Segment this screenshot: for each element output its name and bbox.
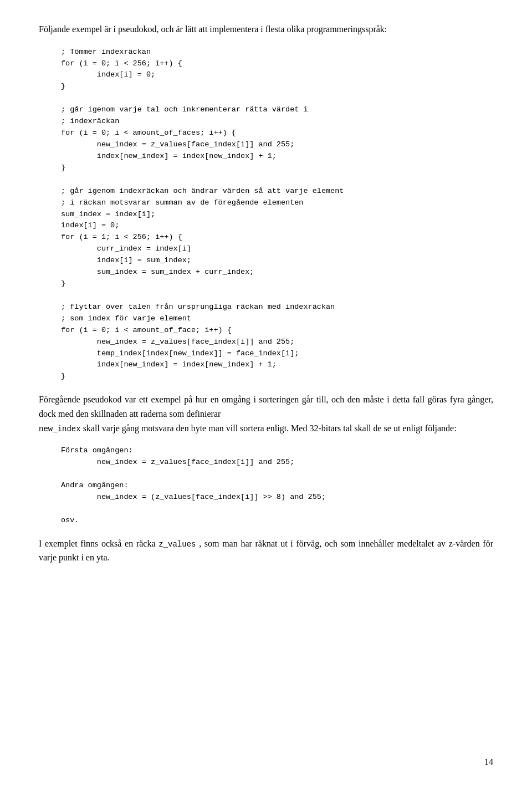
explanation-text-2: skall varje gång motsvara den byte man v… xyxy=(83,423,457,433)
code-block-1: ; Tömmer indexräckan for (i = 0; i < 256… xyxy=(61,47,493,383)
explanation-paragraph: Föregående pseudokod var ett exempel på … xyxy=(39,392,493,435)
code-block-2: Första omgången: new_index = z_values[fa… xyxy=(61,445,493,526)
explanation-text-1: Föregående pseudokod var ett exempel på … xyxy=(39,395,493,419)
final-paragraph: I exemplet finns också en räcka z_values… xyxy=(39,537,493,565)
page-content: Följande exempel är i pseudokod, och är … xyxy=(39,22,493,565)
intro-paragraph: Följande exempel är i pseudokod, och är … xyxy=(39,22,493,37)
final-text-1: I exemplet finns också en räcka xyxy=(39,539,156,548)
new-index-inline: new_index xyxy=(39,425,81,433)
page-number: 14 xyxy=(484,756,493,769)
z-values-inline: z_values xyxy=(158,540,196,549)
